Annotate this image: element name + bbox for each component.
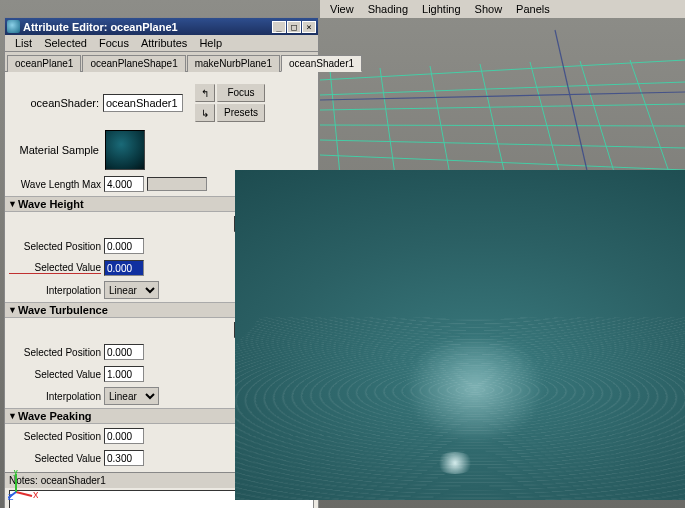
menu-attributes[interactable]: Attributes [135,36,193,50]
ocean-render-preview [235,170,685,500]
selected-position-label: Selected Position [9,241,101,252]
selected-value-label: Selected Value [9,369,101,380]
node-tabs: oceanPlane1 oceanPlaneShape1 makeNurbPla… [5,52,318,72]
shader-name-row: oceanShader: ↰ Focus ↳ Presets [9,84,314,122]
collapse-icon: ▼ [7,305,18,315]
wave-height-title: Wave Height [18,198,84,210]
wave-height-position-input[interactable] [104,238,144,254]
wave-turbulence-title: Wave Turbulence [18,304,108,316]
go-in-icon[interactable]: ↳ [195,104,215,122]
wave-length-max-label: Wave Length Max [9,179,101,190]
svg-text:y: y [13,470,19,476]
minimize-button[interactable]: _ [272,21,286,33]
shader-label: oceanShader: [9,97,99,109]
menu-list[interactable]: List [9,36,38,50]
tab-oceanplane1[interactable]: oceanPlane1 [7,55,81,72]
collapse-icon: ▼ [7,199,18,209]
shader-name-input[interactable] [103,94,183,112]
close-button[interactable]: × [302,21,316,33]
svg-text:x: x [33,488,38,500]
svg-line-16 [16,492,32,496]
selected-value-label: Selected Value [9,262,101,274]
interpolation-label: Interpolation [9,285,101,296]
wave-turbulence-interpolation-select[interactable]: Linear [104,387,159,405]
specular-highlight [435,452,475,474]
material-sample-row: Material Sample [9,130,314,170]
tab-makenurbplane1[interactable]: makeNurbPlane1 [187,55,280,72]
wave-peaking-value-input[interactable] [104,450,144,466]
wave-turbulence-position-input[interactable] [104,344,144,360]
material-sample-swatch[interactable] [105,130,145,170]
menu-lighting[interactable]: Lighting [416,2,467,16]
attribute-editor-menu: List Selected Focus Attributes Help [5,35,318,52]
viewport-menu-bar: View Shading Lighting Show Panels [320,0,685,18]
material-sample-label: Material Sample [9,144,99,156]
collapse-icon: ▼ [7,411,18,421]
menu-selected[interactable]: Selected [38,36,93,50]
selected-position-label: Selected Position [9,347,101,358]
menu-show[interactable]: Show [469,2,509,16]
window-title-bar[interactable]: Attribute Editor: oceanPlane1 _ □ × [5,18,318,35]
presets-button[interactable]: Presets [217,104,265,122]
menu-focus[interactable]: Focus [93,36,135,50]
tab-oceanshader1[interactable]: oceanShader1 [281,55,362,72]
wave-length-max-input[interactable] [104,176,144,192]
selected-value-label: Selected Value [9,453,101,464]
tab-oceanplaneshape1[interactable]: oceanPlaneShape1 [82,55,185,72]
selected-position-label: Selected Position [9,431,101,442]
window-title: Attribute Editor: oceanPlane1 [23,21,272,33]
menu-help[interactable]: Help [193,36,228,50]
wave-height-interpolation-select[interactable]: Linear [104,281,159,299]
menu-panels[interactable]: Panels [510,2,556,16]
wave-height-value-input[interactable] [104,260,144,276]
menu-view[interactable]: View [324,2,360,16]
interpolation-label: Interpolation [9,391,101,402]
maya-icon [7,20,20,33]
focus-button[interactable]: Focus [217,84,265,102]
axis-gizmo: x y z [8,470,38,500]
wave-peaking-position-input[interactable] [104,428,144,444]
wave-peaking-title: Wave Peaking [18,410,92,422]
wave-length-max-slider[interactable] [147,177,207,191]
go-up-icon[interactable]: ↰ [195,84,215,102]
maximize-button[interactable]: □ [287,21,301,33]
menu-shading[interactable]: Shading [362,2,414,16]
wave-turbulence-value-input[interactable] [104,366,144,382]
svg-text:z: z [8,490,14,500]
